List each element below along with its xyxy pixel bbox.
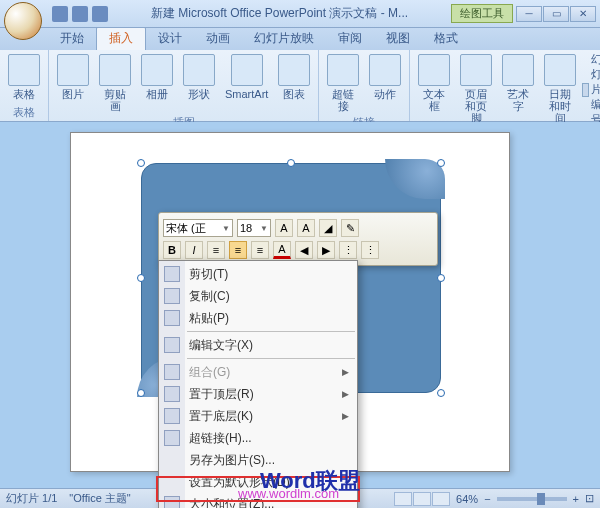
office-button[interactable] bbox=[4, 2, 42, 40]
fit-button[interactable]: ⊡ bbox=[585, 492, 594, 505]
maximize-button[interactable]: ▭ bbox=[543, 6, 569, 22]
smartart-button[interactable]: SmartArt bbox=[221, 52, 272, 102]
table-button[interactable]: 表格 bbox=[4, 52, 44, 102]
context-menu: 剪切(T)复制(C)粘贴(P)编辑文字(X)组合(G)▶置于顶层(R)▶置于底层… bbox=[158, 260, 358, 508]
font-dropdown[interactable]: 宋体 (正▼ bbox=[163, 219, 233, 237]
menu-label: 置于底层(K) bbox=[189, 408, 253, 425]
menu-item[interactable]: 编辑文字(X) bbox=[159, 334, 357, 356]
hyperlink-icon bbox=[327, 54, 359, 86]
save-icon[interactable] bbox=[52, 6, 68, 22]
slideshow-view-button[interactable] bbox=[432, 492, 450, 506]
numbering-button[interactable]: ⋮ bbox=[361, 241, 379, 259]
minimize-button[interactable]: ─ bbox=[516, 6, 542, 22]
selection-handle[interactable] bbox=[287, 159, 295, 167]
menu-item[interactable]: 复制(C) bbox=[159, 285, 357, 307]
theme-indicator: "Office 主题" bbox=[69, 491, 130, 506]
grow-font-button[interactable]: A bbox=[275, 219, 293, 237]
shapes-button[interactable]: 形状 bbox=[179, 52, 219, 102]
group-label: 表格 bbox=[4, 104, 44, 121]
selection-handle[interactable] bbox=[137, 389, 145, 397]
selection-handle[interactable] bbox=[437, 159, 445, 167]
selection-handle[interactable] bbox=[437, 389, 445, 397]
wordart-icon bbox=[502, 54, 534, 86]
fontsize-dropdown[interactable]: 18▼ bbox=[237, 219, 271, 237]
menu-label: 设置为默认形状(D) bbox=[189, 474, 290, 491]
datetime-icon bbox=[544, 54, 576, 86]
textbox-icon bbox=[418, 54, 450, 86]
menu-item[interactable]: 置于顶层(R)▶ bbox=[159, 383, 357, 405]
menu-icon bbox=[164, 364, 180, 380]
align-left-button[interactable]: ≡ bbox=[207, 241, 225, 259]
font-color-button[interactable]: A bbox=[273, 241, 291, 259]
close-button[interactable]: ✕ bbox=[570, 6, 596, 22]
menu-item[interactable]: 设置为默认形状(D) bbox=[159, 471, 357, 493]
zoom-slider[interactable] bbox=[497, 497, 567, 501]
group-illustrations: 图片 剪贴画 相册 形状 SmartArt 图表 插图 bbox=[49, 50, 319, 121]
tab-review[interactable]: 审阅 bbox=[326, 27, 374, 50]
mini-toolbar: 宋体 (正▼ 18▼ A A ◢ ✎ B I ≡ ≡ ≡ A ◀ ▶ ⋮ ⋮ bbox=[158, 212, 438, 266]
menu-icon bbox=[164, 337, 180, 353]
tab-design[interactable]: 设计 bbox=[146, 27, 194, 50]
italic-button[interactable]: I bbox=[185, 241, 203, 259]
submenu-arrow-icon: ▶ bbox=[342, 389, 349, 399]
menu-item[interactable]: 粘贴(P) bbox=[159, 307, 357, 329]
selection-handle[interactable] bbox=[137, 159, 145, 167]
zoom-in-button[interactable]: + bbox=[573, 493, 579, 505]
menu-icon bbox=[164, 430, 180, 446]
tab-format[interactable]: 格式 bbox=[422, 27, 470, 50]
ribbon-tabs: 开始 插入 设计 动画 幻灯片放映 审阅 视图 格式 bbox=[0, 28, 600, 50]
menu-item[interactable]: 另存为图片(S)... bbox=[159, 449, 357, 471]
align-center-button[interactable]: ≡ bbox=[229, 241, 247, 259]
style-button[interactable]: ◢ bbox=[319, 219, 337, 237]
selection-handle[interactable] bbox=[437, 274, 445, 282]
menu-item[interactable]: 大小和位置(Z)... bbox=[159, 493, 357, 508]
zoom-out-button[interactable]: − bbox=[484, 493, 490, 505]
chart-button[interactable]: 图表 bbox=[274, 52, 314, 102]
scroll-corner-icon bbox=[385, 159, 445, 199]
normal-view-button[interactable] bbox=[394, 492, 412, 506]
menu-icon bbox=[164, 386, 180, 402]
menu-separator bbox=[187, 331, 355, 332]
tab-view[interactable]: 视图 bbox=[374, 27, 422, 50]
menu-label: 大小和位置(Z)... bbox=[189, 496, 274, 509]
bullets-button[interactable]: ⋮ bbox=[339, 241, 357, 259]
wordart-button[interactable]: 艺术字 bbox=[498, 52, 538, 114]
action-button[interactable]: 动作 bbox=[365, 52, 405, 102]
datetime-button[interactable]: 日期和时间 bbox=[540, 52, 580, 126]
tab-animations[interactable]: 动画 bbox=[194, 27, 242, 50]
sorter-view-button[interactable] bbox=[413, 492, 431, 506]
slidenumber-button[interactable]: 幻灯片编号 bbox=[582, 52, 600, 127]
redo-icon[interactable] bbox=[92, 6, 108, 22]
menu-label: 粘贴(P) bbox=[189, 310, 229, 327]
clipart-button[interactable]: 剪贴画 bbox=[95, 52, 135, 114]
align-right-button[interactable]: ≡ bbox=[251, 241, 269, 259]
zoom-thumb[interactable] bbox=[537, 493, 545, 505]
tab-slideshow[interactable]: 幻灯片放映 bbox=[242, 27, 326, 50]
menu-item[interactable]: 置于底层(K)▶ bbox=[159, 405, 357, 427]
shrink-font-button[interactable]: A bbox=[297, 219, 315, 237]
zoom-level[interactable]: 64% bbox=[456, 493, 478, 505]
format-painter-button[interactable]: ✎ bbox=[341, 219, 359, 237]
menu-icon bbox=[164, 266, 180, 282]
hyperlink-button[interactable]: 超链接 bbox=[323, 52, 363, 114]
tab-home[interactable]: 开始 bbox=[48, 27, 96, 50]
menu-item[interactable]: 剪切(T) bbox=[159, 263, 357, 285]
undo-icon[interactable] bbox=[72, 6, 88, 22]
bold-button[interactable]: B bbox=[163, 241, 181, 259]
action-icon bbox=[369, 54, 401, 86]
menu-item[interactable]: 超链接(H)... bbox=[159, 427, 357, 449]
indent-decrease-button[interactable]: ◀ bbox=[295, 241, 313, 259]
headerfooter-button[interactable]: 页眉和页脚 bbox=[456, 52, 496, 126]
selection-handle[interactable] bbox=[137, 274, 145, 282]
indent-increase-button[interactable]: ▶ bbox=[317, 241, 335, 259]
contextual-tab-label[interactable]: 绘图工具 bbox=[451, 4, 513, 23]
textbox-button[interactable]: 文本框 bbox=[414, 52, 454, 114]
title-bar: 新建 Microsoft Office PowerPoint 演示文稿 - M.… bbox=[0, 0, 600, 28]
group-links: 超链接 动作 链接 bbox=[319, 50, 410, 121]
smartart-icon bbox=[231, 54, 263, 86]
album-button[interactable]: 相册 bbox=[137, 52, 177, 102]
tab-insert[interactable]: 插入 bbox=[96, 26, 146, 50]
picture-button[interactable]: 图片 bbox=[53, 52, 93, 102]
menu-label: 剪切(T) bbox=[189, 266, 228, 283]
slidenumber-icon bbox=[582, 83, 588, 97]
